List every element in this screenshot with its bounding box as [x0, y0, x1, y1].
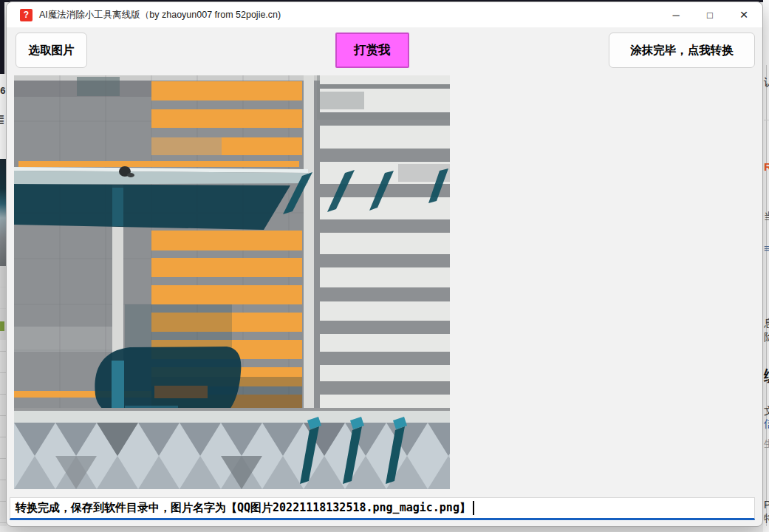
background-right-text-fragment: 除	[764, 332, 769, 342]
titlebar[interactable]: ? AI魔法消除小工具离线版（by zhaoyun007 from 52poji…	[7, 2, 762, 27]
background-right-icon-fragment: ≡	[764, 242, 769, 253]
background-left-dark-strip	[0, 0, 4, 83]
background-right-text-fragment: 生	[764, 439, 769, 449]
background-left-text-fragment: 36	[0, 85, 5, 96]
app-icon: ?	[20, 9, 33, 21]
photo-canvas[interactable]	[14, 75, 450, 489]
background-left-green-accent	[0, 321, 4, 331]
background-right-text-fragment: 特	[764, 513, 769, 523]
maximize-button[interactable]: □	[693, 2, 727, 27]
text-caret	[473, 501, 474, 515]
window-title: AI魔法消除小工具离线版（by zhaoyun007 from 52pojie.…	[39, 9, 281, 21]
background-right-text-fragment: 息	[764, 318, 769, 328]
status-text: 转换完成，保存到软件目录中，图片名字为【QQ图片20221118132518.p…	[16, 501, 471, 515]
background-left-icon-fragment: ≣	[0, 112, 4, 126]
background-right-text-fragment: P	[764, 499, 769, 510]
window-controls: ─ □ ×	[659, 2, 761, 27]
close-button[interactable]: ×	[727, 2, 761, 27]
donate-button[interactable]: 打赏我	[335, 33, 409, 68]
background-right-text-fragment: 当	[764, 211, 769, 221]
background-right-divider-horizontal	[764, 120, 769, 120]
status-text-input[interactable]: 转换完成，保存到软件目录中，图片名字为【QQ图片20221118132518.p…	[10, 497, 755, 520]
street-photo	[14, 75, 450, 489]
background-right-text-fragment: 文	[764, 406, 769, 416]
background-right-text-fragment: 认	[764, 77, 769, 87]
background-right-text-fragment: 编	[764, 368, 769, 383]
background-right-divider-vertical	[766, 65, 767, 526]
minimize-button[interactable]: ─	[659, 2, 693, 27]
background-right-text-fragment: R	[764, 161, 769, 172]
background-right-link-fragment: 信	[764, 418, 769, 429]
select-image-button[interactable]: 选取图片	[16, 33, 87, 68]
app-window: ? AI魔法消除小工具离线版（by zhaoyun007 from 52poji…	[6, 1, 763, 527]
convert-button[interactable]: 涂抹完毕，点我转换	[609, 33, 755, 68]
